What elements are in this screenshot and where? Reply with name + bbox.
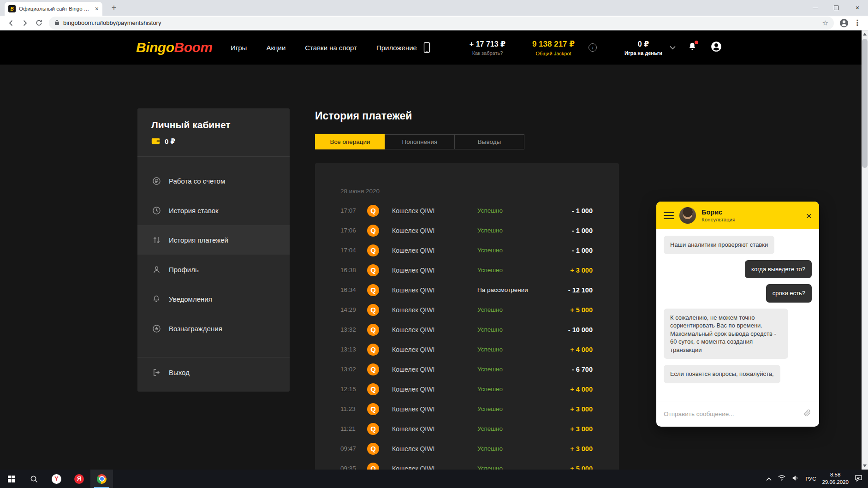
payments-tabs: Все операцииПополненияВыводы	[315, 134, 619, 149]
forward-icon[interactable]	[18, 17, 31, 30]
payment-amount: + 3 000	[537, 405, 593, 413]
payments-main: История платежей Все операцииПополненияВ…	[315, 110, 619, 470]
chrome-icon[interactable]	[90, 470, 113, 488]
attachment-paperclip-icon[interactable]	[803, 409, 812, 419]
language-indicator[interactable]: РУС	[805, 476, 816, 482]
sidebar-item[interactable]: Вознаграждения	[137, 314, 290, 343]
chat-message-input[interactable]	[664, 411, 798, 417]
jackpot-info-icon[interactable]: i	[589, 43, 597, 52]
chat-message-user: сроки есть?	[766, 284, 812, 303]
logout-label: Выход	[169, 369, 190, 376]
sidebar-item[interactable]: История ставок	[137, 196, 290, 225]
system-tray: РУС 8:58 29.06.2020	[766, 470, 868, 488]
qiwi-letter: Q	[370, 346, 376, 353]
scrollbar-thumb[interactable]	[862, 39, 868, 168]
payments-tab[interactable]: Пополнения	[385, 134, 455, 149]
payment-status: Успешно	[477, 227, 537, 234]
payment-row: 09:47QКошелек QIWIУспешно+ 3 000	[340, 439, 593, 458]
page-scrollbar	[862, 30, 868, 470]
tab-close-icon[interactable]: ×	[95, 5, 99, 12]
sidebar-item-label: История платежей	[169, 236, 228, 244]
bell-icon	[151, 294, 161, 304]
jackpot-block: 9 138 217 ₽ Общий Jackpot	[523, 39, 583, 56]
payment-time: 17:06	[340, 227, 367, 234]
payment-time: 13:13	[340, 346, 367, 353]
bonus-caption[interactable]: Как забрать?	[460, 50, 515, 56]
payment-status: Успешно	[477, 465, 537, 470]
bookmark-star-icon[interactable]: ☆	[822, 19, 828, 27]
sidebar-divider	[137, 156, 290, 157]
qiwi-icon: Q	[367, 443, 379, 455]
nav-link[interactable]: Игры	[231, 44, 247, 52]
payment-amount: + 5 000	[537, 306, 593, 314]
start-button[interactable]	[0, 470, 23, 488]
new-tab-button[interactable]: +	[109, 3, 119, 13]
chevron-down-icon[interactable]	[670, 43, 676, 52]
payment-row: 13:13QКошелек QIWIУспешно+ 4 000	[340, 339, 593, 359]
nav-link[interactable]: Акции	[266, 44, 285, 52]
browser-menu-icon[interactable]: ⋮	[851, 18, 863, 28]
agent-role: Консультация	[702, 217, 735, 222]
sidebar-item[interactable]: Работа со счетом	[137, 166, 290, 196]
refresh-icon[interactable]	[32, 17, 45, 30]
chat-close-icon[interactable]: ×	[806, 211, 812, 220]
payment-amount: + 3 000	[537, 445, 593, 452]
payment-method: Кошелек QIWI	[392, 227, 477, 234]
browser-profile-icon[interactable]	[838, 17, 850, 30]
sidebar-item-label: Работа со счетом	[169, 177, 225, 185]
lock-icon[interactable]	[54, 19, 59, 27]
window-minimize-button[interactable]	[804, 0, 826, 16]
chat-menu-icon[interactable]	[664, 212, 674, 219]
action-center-icon[interactable]	[855, 475, 862, 483]
qiwi-letter: Q	[370, 386, 376, 393]
window-close-button[interactable]: ×	[847, 0, 868, 16]
payment-amount: - 1 000	[537, 227, 593, 234]
payment-amount: - 1 000	[537, 207, 593, 214]
payment-time: 16:34	[340, 286, 367, 293]
bonus-block[interactable]: + 17 713 ₽ Как забрать?	[460, 40, 515, 56]
payment-status: Успешно	[477, 326, 537, 333]
payment-amount: - 12 100	[537, 286, 593, 294]
sidebar-item-label: Уведомления	[169, 295, 212, 303]
payment-row: 17:07QКошелек QIWIУспешно- 1 000	[340, 201, 593, 220]
tab-title: Официальный сайт Bingo Boom	[19, 6, 92, 12]
url-field[interactable]: bingoboom.ru/lobby/paymentshistory ☆	[49, 17, 834, 30]
scroll-up-icon[interactable]	[863, 33, 867, 36]
payment-amount: - 6 700	[537, 366, 593, 373]
payment-amount: + 4 000	[537, 386, 593, 393]
payment-status: Успешно	[477, 386, 537, 393]
payments-tab[interactable]: Все операции	[315, 134, 385, 149]
balance-block[interactable]: 0 ₽ Игра на деньги	[620, 40, 666, 56]
yandex-browser-icon[interactable]: Y	[45, 470, 68, 488]
chat-message-agent: К сожалению, не можем точно сориентирова…	[664, 309, 788, 359]
chat-message-agent: Если появятся вопросы, пожалуйста,	[664, 365, 780, 383]
bingoboom-logo[interactable]: BingoBoom	[136, 40, 212, 55]
payment-amount: - 10 000	[537, 326, 593, 333]
nav-link[interactable]: Ставки на спорт	[305, 44, 357, 52]
sidebar-item[interactable]: Профиль	[137, 255, 290, 284]
taskbar-search-icon[interactable]	[23, 470, 45, 488]
back-icon[interactable]	[5, 17, 18, 30]
tray-chevron-icon[interactable]	[766, 475, 772, 483]
sidebar-item[interactable]: Уведомления	[137, 284, 290, 314]
notifications-bell-icon[interactable]	[687, 42, 697, 54]
yandex-app-icon[interactable]: Я	[68, 470, 90, 488]
payment-time: 13:32	[340, 326, 367, 333]
volume-icon[interactable]	[792, 475, 799, 483]
window-maximize-button[interactable]	[826, 0, 847, 16]
account-icon[interactable]	[710, 41, 722, 54]
page-title: История платежей	[315, 110, 619, 122]
transfer-arrows-icon	[151, 235, 161, 245]
agent-meta: Борис Консультация	[702, 208, 735, 222]
payment-time: 16:38	[340, 267, 367, 274]
payment-method: Кошелек QIWI	[392, 326, 477, 333]
browser-tab[interactable]: B Официальный сайт Bingo Boom ×	[5, 2, 102, 16]
nav-link[interactable]: Приложение	[376, 44, 417, 52]
clock[interactable]: 8:58 29.06.2020	[822, 471, 849, 486]
scroll-down-icon[interactable]	[863, 464, 867, 467]
qiwi-icon: Q	[367, 403, 379, 415]
wifi-icon[interactable]	[778, 475, 786, 483]
payments-tab[interactable]: Выводы	[454, 134, 524, 149]
sidebar-item[interactable]: История платежей	[137, 225, 290, 255]
sidebar-item-logout[interactable]: Выход	[137, 357, 290, 387]
